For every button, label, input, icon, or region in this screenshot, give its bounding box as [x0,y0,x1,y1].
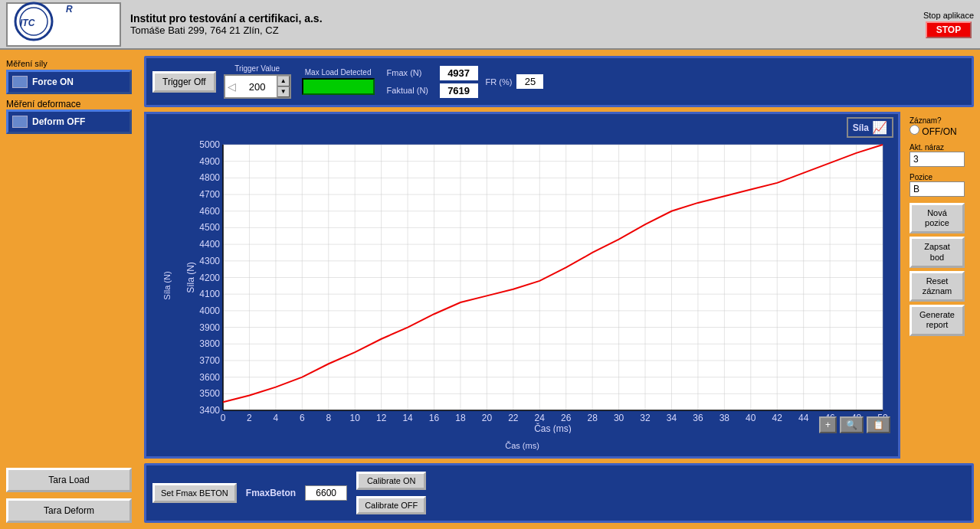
svg-text:26: 26 [561,413,572,423]
svg-text:Síla (N): Síla (N) [185,262,196,293]
calibrate-off-button[interactable]: Calibrate OFF [356,496,426,514]
svg-text:30: 30 [614,413,624,423]
svg-text:24: 24 [535,413,546,423]
off-on-radio[interactable]: OFF/ON [910,125,969,137]
top-controls: Trigger Off Trigger Value ◁ ▲ ▼ Max Load… [144,56,974,107]
svg-text:22: 22 [508,413,519,423]
svg-text:28: 28 [587,413,598,423]
right-sidebar: Záznam? OFF/ON Akt. náraz Pozice [905,112,974,459]
zoom-out-button[interactable]: 📋 [867,416,890,433]
svg-text:20: 20 [482,413,493,423]
x-axis-label: Čas (ms) [505,441,539,450]
fmax-beton-label: FmaxBeton [246,488,296,498]
svg-text:36: 36 [693,413,703,423]
calibrate-on-button[interactable]: Calibrate ON [356,472,426,490]
fr-value: 25 [516,74,543,89]
chart-container: Síla 📈 Síla (N) 340035003600370038003900… [144,112,900,459]
pozice-input[interactable] [910,181,965,197]
trigger-button[interactable]: Trigger Off [152,71,216,93]
svg-text:3900: 3900 [199,322,220,333]
pozice-label: Pozice [910,173,969,181]
svg-text:32: 32 [640,413,651,423]
y-axis-label: Síla (N) [162,271,172,299]
sidebar: Měření síly Force ON Měření deformace De… [0,50,138,529]
deform-icon [12,116,28,128]
svg-text:44: 44 [798,413,809,423]
zaznam-label: Záznam? [910,116,969,125]
tara-load-button[interactable]: Tara Load [6,468,132,492]
chart-zoom-buttons: + 🔍 📋 [819,416,890,433]
generate-report-button[interactable]: Generate report [910,305,965,335]
svg-text:3800: 3800 [199,338,220,349]
bottom-controls: Set Fmax BETON FmaxBeton Calibrate ON Ca… [144,463,974,523]
svg-text:3400: 3400 [199,405,220,416]
svg-text:Čas (ms): Čas (ms) [534,423,572,433]
nova-pozice-button[interactable]: Nová pozice [910,203,965,233]
svg-text:4: 4 [274,413,279,423]
svg-text:16: 16 [429,413,440,423]
logo: ITC R [6,2,121,47]
calibrate-buttons: Calibrate ON Calibrate OFF [356,472,426,514]
max-load-label: Max Load Detected [305,68,372,77]
trigger-value-label: Trigger Value [234,64,280,73]
svg-text:4100: 4100 [199,289,220,299]
stop-button[interactable]: STOP [926,21,972,38]
stop-area: Stop aplikace STOP [923,11,974,38]
fmax-value: 4937 [440,66,478,80]
fmax-beton-input[interactable] [305,485,347,501]
svg-text:8: 8 [326,413,331,423]
chart-area: 3400350036003700380039004000410042004300… [185,137,890,433]
spinner-arrows[interactable]: ▲ ▼ [277,76,290,97]
fr-label: FR (%) [486,77,513,87]
force-icon [12,76,28,88]
trigger-value-field[interactable] [238,80,277,94]
logo-text: ITC R [14,2,113,47]
svg-text:2: 2 [247,413,252,423]
deform-button-label: Deform OFF [32,116,85,127]
header-title: Institut pro testování a certifikaci, a.… [130,12,908,36]
svg-text:14: 14 [402,413,413,423]
set-fmax-button[interactable]: Set Fmax BETON [152,483,237,503]
spinner-up[interactable]: ▲ [277,76,290,87]
svg-text:38: 38 [719,413,730,423]
svg-text:4800: 4800 [199,172,220,183]
svg-text:34: 34 [667,413,677,423]
zaznam-section: Záznam? OFF/ON [910,116,969,137]
svg-text:10: 10 [350,413,361,423]
chart-and-sidebar: Síla 📈 Síla (N) 340035003600370038003900… [144,112,974,459]
tara-deform-button[interactable]: Tara Deform [6,498,132,523]
right-panel: Trigger Off Trigger Value ◁ ▲ ▼ Max Load… [138,50,980,529]
svg-text:5000: 5000 [199,139,220,150]
zapsat-bod-button[interactable]: Zapsat bod [910,237,965,267]
force-section-label: Měření síly [6,59,132,68]
deform-button[interactable]: Deform OFF [6,109,132,134]
trigger-value-input[interactable]: ◁ ▲ ▼ [224,74,291,99]
deform-section-label: Měření deformace [6,99,132,109]
off-on-radio-input[interactable] [910,125,919,135]
faktual-row: Faktual (N) 7619 [387,83,478,98]
svg-text:4000: 4000 [199,305,220,316]
spinner-down[interactable]: ▼ [277,87,290,97]
max-load-section: Max Load Detected [302,68,375,95]
main-area: Měření síly Force ON Měření deformace De… [0,50,980,529]
trigger-value-section: Trigger Value ◁ ▲ ▼ [224,64,291,99]
off-on-label[interactable]: OFF/ON [910,125,969,137]
svg-text:12: 12 [376,413,387,423]
reset-zaznam-button[interactable]: Reset záznam [910,271,965,302]
svg-text:4500: 4500 [199,222,220,233]
zoom-in-button[interactable]: + [819,416,837,433]
stop-label: Stop aplikace [923,11,974,20]
svg-text:3500: 3500 [199,388,220,399]
force-button[interactable]: Force ON [6,70,132,94]
svg-text:18: 18 [455,413,466,423]
svg-text:42: 42 [772,413,783,423]
zoom-reset-button[interactable]: 🔍 [840,416,864,433]
svg-text:4300: 4300 [199,256,220,266]
chart-svg: 3400350036003700380039004000410042004300… [185,137,890,433]
svg-text:6: 6 [300,413,305,423]
company-address: Tomáše Bati 299, 764 21 Zlín, CZ [130,24,908,36]
fmax-label: Fmax (N) [387,68,437,77]
faktual-label: Faktual (N) [387,86,437,95]
svg-text:4400: 4400 [199,239,220,250]
akt-naraz-input[interactable] [910,152,965,167]
